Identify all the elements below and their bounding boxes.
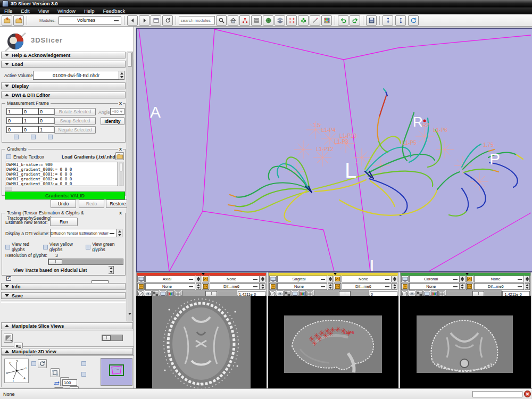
section-manipulate-3d-view[interactable]: Manipulate 3D View [1, 348, 133, 355]
matrix-cell-1-1[interactable] [22, 117, 38, 124]
load-scene-button[interactable] [2, 15, 12, 26]
foreground-layer-button[interactable] [466, 276, 473, 282]
foreground-layer-button[interactable] [334, 276, 341, 282]
spin-checkbox[interactable] [31, 361, 36, 366]
active-volume-spinner[interactable] [119, 71, 124, 80]
matrix-cell-0-1[interactable] [22, 108, 38, 115]
measurements-module-button[interactable] [321, 15, 332, 26]
background-volume-select[interactable]: Dif...me6 [474, 283, 525, 290]
redo-button[interactable]: Redo [79, 200, 104, 208]
panel-scrollbar[interactable] [127, 52, 133, 321]
close-testing-button[interactable]: x [118, 210, 123, 215]
background-layer-button[interactable] [202, 283, 209, 290]
angle-select[interactable]: +90 [110, 108, 124, 115]
box-visibility-button[interactable] [51, 368, 60, 377]
label-layer-button[interactable] [401, 283, 409, 290]
matrix-cell-1-0[interactable] [6, 117, 22, 124]
rotate-selected-button[interactable]: Rotate Selected [54, 108, 96, 115]
foreground-volume-select[interactable]: None [342, 276, 392, 282]
column2-checkbox[interactable] [31, 135, 36, 139]
labelmap-select[interactable]: None [409, 283, 460, 290]
labelmap-select[interactable]: None [145, 283, 195, 290]
background-spinner[interactable] [392, 283, 397, 290]
gradients-vscrollbar[interactable] [119, 162, 123, 186]
axis-compass-widget[interactable]: PS LR AI [4, 359, 29, 383]
negate-selected-button[interactable]: Negate Selected [54, 126, 96, 134]
foreground-layer-button[interactable] [202, 276, 209, 282]
background-spinner[interactable] [260, 283, 265, 290]
matrix-cell-2-1[interactable] [22, 126, 38, 133]
mouse-place-button[interactable] [395, 15, 406, 26]
labelmap-select[interactable]: None [277, 283, 327, 290]
orientation-select[interactable]: Axial [145, 276, 195, 282]
coronal-color-bar[interactable] [401, 273, 530, 276]
orientation-spinner[interactable] [328, 276, 333, 282]
search-modules-input[interactable] [179, 16, 215, 24]
view-tracts-checkbox[interactable] [6, 276, 11, 281]
home-button[interactable] [228, 15, 238, 26]
slice-visibility-button[interactable] [401, 276, 409, 282]
active-volume-select[interactable]: 01009-dwi-filt-Ed.nhdr [33, 71, 119, 80]
axial-slice-view[interactable] [136, 296, 267, 388]
background-layer-button[interactable] [466, 283, 473, 290]
modules-select[interactable]: Volumes [59, 16, 121, 24]
matrix-cell-0-2[interactable] [38, 108, 54, 115]
matrix-cell-2-0[interactable] [6, 126, 22, 133]
labelmap-layer-button[interactable] [137, 283, 145, 290]
colors-module-button[interactable] [298, 15, 309, 26]
background-layer-button[interactable] [334, 283, 341, 290]
zoom-factor-input[interactable] [62, 379, 77, 386]
section-save[interactable]: Save [1, 292, 126, 299]
module-history-button[interactable] [151, 15, 161, 26]
foreground-volume-select[interactable]: None [210, 276, 260, 282]
column3-checkbox[interactable] [48, 135, 53, 139]
fiducials-module-button[interactable] [286, 15, 297, 26]
labelmap-spinner[interactable] [328, 283, 333, 290]
sagittal-color-bar[interactable] [269, 273, 398, 276]
mouse-pick-button[interactable] [383, 15, 393, 26]
scroll-down-icon[interactable] [128, 315, 131, 320]
orientation-spinner[interactable] [460, 276, 466, 282]
labelmap-layer-button[interactable] [269, 283, 277, 290]
module-next-button[interactable] [139, 15, 149, 26]
menu-item-file[interactable]: File [0, 7, 16, 14]
fiducial-list-spinner[interactable] [109, 266, 114, 274]
matrix-cell-0-0[interactable] [6, 108, 22, 115]
undo-button[interactable] [338, 15, 348, 26]
foreground-volume-select[interactable]: None [474, 276, 525, 282]
rotate-view-button[interactable] [38, 359, 47, 368]
sagittal-slice-view[interactable]: L1-P5 [268, 296, 398, 388]
close-frame-button[interactable]: x [118, 101, 123, 106]
module-refresh-button[interactable] [162, 15, 173, 26]
mouse-transform-button[interactable] [408, 15, 419, 26]
threed-view[interactable]: APRLI 1.5L1-P4R2L1-P6L1-P10L1-P3L1-P12L1… [136, 28, 532, 272]
orientation-spinner[interactable] [196, 276, 201, 282]
models-module-button[interactable] [275, 15, 285, 26]
background-volume-select[interactable]: Dif...me6 [210, 283, 260, 290]
view-yellow-glyphs-checkbox[interactable] [43, 245, 48, 250]
slider-handle[interactable] [48, 259, 62, 264]
background-volume-select[interactable]: Dif...me6 [342, 283, 392, 290]
section-help[interactable]: Help & Acknowledgement [1, 52, 126, 59]
load-gradients-button[interactable] [115, 152, 124, 160]
background-spinner[interactable] [525, 283, 530, 290]
module-prev-button[interactable] [127, 15, 138, 26]
ortho-checkbox[interactable] [81, 361, 86, 366]
foreground-spinner[interactable] [260, 276, 265, 282]
labelmap-spinner[interactable] [460, 283, 466, 290]
menu-item-view[interactable]: View [34, 7, 53, 14]
menu-item-edit[interactable]: Edit [16, 7, 34, 14]
dti-volume-select[interactable]: Diffusion Tensor Estimation Volume6 [50, 229, 117, 237]
orientation-select[interactable]: Sagittal [277, 276, 327, 282]
section-load[interactable]: Load [1, 61, 126, 68]
slice-visibility-button[interactable] [269, 276, 277, 282]
labelmap-spinner[interactable] [196, 283, 201, 290]
section-display[interactable]: Display [1, 82, 126, 89]
orientation-select[interactable]: Coronal [409, 276, 460, 282]
dti-volume-spinner[interactable] [117, 229, 122, 237]
matrix-cell-1-2[interactable] [38, 117, 54, 124]
foreground-spinner[interactable] [392, 276, 397, 282]
redo-button[interactable] [350, 15, 360, 26]
slice-fade-button[interactable] [4, 334, 13, 343]
swap-selected-button[interactable]: Swap Selected [54, 117, 96, 124]
